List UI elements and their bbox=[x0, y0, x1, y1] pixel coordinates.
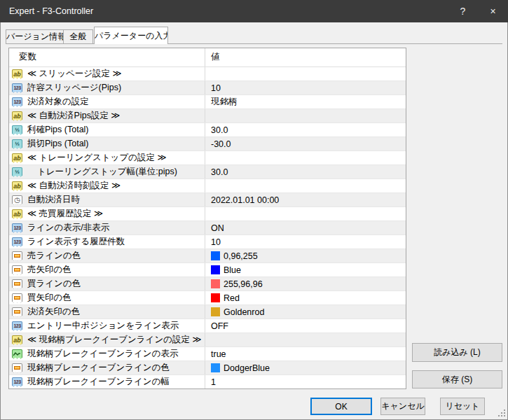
param-label-cell: ½トレーリングストップ幅(単位:pips) bbox=[9, 165, 205, 178]
param-label-cell: ab≪ トレーリングストップの設定 ≫ bbox=[9, 151, 205, 164]
param-value-cell[interactable]: -30.0 bbox=[205, 137, 406, 150]
param-value: 30.0 bbox=[211, 167, 228, 177]
param-label-cell: ab≪ 自動決済時刻設定 ≫ bbox=[9, 179, 205, 192]
param-value-cell[interactable]: DodgerBlue bbox=[205, 361, 406, 374]
param-label-cell: 123ライン表示する履歴件数 bbox=[9, 235, 205, 248]
title-bar: Expert - F3-Controller ? × bbox=[0, 0, 508, 22]
table-header-row: 変数 値 bbox=[9, 48, 406, 67]
param-value-cell[interactable]: 10 bbox=[205, 235, 406, 248]
param-value: Blue bbox=[224, 265, 241, 275]
param-row[interactable]: 123ラインの表示/非表示ON bbox=[9, 221, 406, 235]
param-label-cell: 売ラインの色 bbox=[9, 249, 205, 262]
param-value-cell[interactable]: 30.0 bbox=[205, 123, 406, 136]
param-value: Goldenrod bbox=[224, 307, 264, 317]
param-row[interactable]: 決済矢印の色Goldenrod bbox=[9, 305, 406, 319]
reset-button[interactable]: リセット bbox=[440, 398, 485, 415]
param-row[interactable]: 123決済対象の設定現銘柄 bbox=[9, 95, 406, 109]
color-swatch bbox=[211, 279, 220, 288]
param-label-cell: 123許容スリッページ(Pips) bbox=[9, 81, 205, 94]
tab-version-info[interactable]: バージョン情報 bbox=[6, 29, 64, 43]
param-value-cell[interactable]: 0,96,255 bbox=[205, 249, 406, 262]
param-row[interactable]: 現銘柄ブレークイーブンラインの表示true bbox=[9, 347, 406, 361]
param-row[interactable]: ab≪ 自動決済Pips設定 ≫ bbox=[9, 109, 406, 123]
load-button[interactable]: 読み込み (L) bbox=[412, 343, 502, 362]
integer-param-icon: 123 bbox=[12, 377, 22, 387]
param-value-cell[interactable]: 30.0 bbox=[205, 165, 406, 178]
param-row[interactable]: 123ライン表示する履歴件数10 bbox=[9, 235, 406, 249]
param-value: -30.0 bbox=[211, 139, 231, 149]
double-param-icon: ½ bbox=[12, 139, 22, 149]
param-label-cell: ◷自動決済日時 bbox=[9, 193, 205, 206]
param-name: 自動決済日時 bbox=[27, 194, 80, 206]
param-label-cell: 123ラインの表示/非表示 bbox=[9, 221, 205, 234]
color-param-icon bbox=[12, 307, 22, 317]
column-header-value: 値 bbox=[205, 48, 406, 66]
param-row[interactable]: ½トレーリングストップ幅(単位:pips)30.0 bbox=[9, 165, 406, 179]
param-value-cell[interactable]: OFF bbox=[205, 319, 406, 332]
param-row[interactable]: 買矢印の色Red bbox=[9, 291, 406, 305]
integer-param-icon: 123 bbox=[12, 321, 22, 331]
param-name: エントリー中ポジションをライン表示 bbox=[27, 320, 179, 332]
param-row[interactable]: 現銘柄ブレークイーブンラインの色DodgerBlue bbox=[9, 361, 406, 375]
param-row[interactable]: ½利確Pips (Total)30.0 bbox=[9, 123, 406, 137]
param-label-cell: ab≪ 現銘柄ブレークイーブンラインの設定 ≫ bbox=[9, 333, 205, 346]
color-swatch bbox=[211, 265, 220, 274]
param-name: 利確Pips (Total) bbox=[27, 124, 89, 136]
param-value-cell[interactable]: Goldenrod bbox=[205, 305, 406, 318]
param-value-cell[interactable]: true bbox=[205, 347, 406, 360]
param-value: 1 bbox=[211, 377, 216, 387]
ok-button[interactable]: OK bbox=[310, 398, 372, 415]
param-label-cell: ab≪ 売買履歴設定 ≫ bbox=[9, 207, 205, 220]
close-button[interactable]: × bbox=[478, 0, 508, 22]
param-row[interactable]: ab≪ 自動決済時刻設定 ≫ bbox=[9, 179, 406, 193]
table-body: ab≪ スリッページ設定 ≫123許容スリッページ(Pips)10123決済対象… bbox=[9, 67, 406, 389]
param-name: ≪ 売買履歴設定 ≫ bbox=[27, 208, 103, 220]
param-row[interactable]: 売矢印の色Blue bbox=[9, 263, 406, 277]
param-row[interactable]: 売ラインの色0,96,255 bbox=[9, 249, 406, 263]
param-value-cell[interactable] bbox=[205, 179, 406, 192]
param-value: 255,96,96 bbox=[224, 279, 263, 289]
param-value: 0,96,255 bbox=[224, 251, 258, 261]
param-value-cell[interactable]: 2022.01.01 00:00 bbox=[205, 193, 406, 206]
param-label-cell: 123現銘柄ブレークイーブンラインの幅 bbox=[9, 375, 205, 388]
save-button[interactable]: 保存 (S) bbox=[412, 370, 502, 388]
string-group-icon: ab bbox=[12, 153, 22, 163]
param-label-cell: 売矢印の色 bbox=[9, 263, 205, 276]
tab-common[interactable]: 全般 bbox=[63, 29, 93, 43]
color-swatch bbox=[211, 251, 220, 260]
param-row[interactable]: ab≪ スリッページ設定 ≫ bbox=[9, 67, 406, 81]
param-value-cell[interactable]: 255,96,96 bbox=[205, 277, 406, 290]
param-value-cell[interactable] bbox=[205, 109, 406, 122]
cancel-button[interactable]: キャンセル bbox=[380, 398, 425, 415]
resize-grip-icon[interactable] bbox=[497, 410, 505, 417]
param-value: true bbox=[211, 349, 226, 359]
param-value-cell[interactable] bbox=[205, 151, 406, 164]
param-value-cell[interactable]: ON bbox=[205, 221, 406, 234]
param-row[interactable]: ½損切Pips (Total)-30.0 bbox=[9, 137, 406, 151]
param-row[interactable]: ab≪ 現銘柄ブレークイーブンラインの設定 ≫ bbox=[9, 333, 406, 347]
color-swatch bbox=[211, 293, 220, 302]
param-value-cell[interactable] bbox=[205, 67, 406, 80]
param-row[interactable]: 123エントリー中ポジションをライン表示OFF bbox=[9, 319, 406, 333]
param-value-cell[interactable] bbox=[205, 333, 406, 346]
param-row[interactable]: ab≪ トレーリングストップの設定 ≫ bbox=[9, 151, 406, 165]
param-name: ≪ 自動決済Pips設定 ≫ bbox=[27, 110, 120, 122]
tab-parameter-input[interactable]: パラメーターの入力 bbox=[94, 27, 168, 44]
param-value-cell[interactable]: 10 bbox=[205, 81, 406, 94]
window-title: Expert - F3-Controller bbox=[0, 6, 93, 16]
help-button[interactable]: ? bbox=[448, 0, 478, 22]
param-row[interactable]: 買ラインの色255,96,96 bbox=[9, 277, 406, 291]
param-row[interactable]: 123現銘柄ブレークイーブンラインの幅1 bbox=[9, 375, 406, 389]
param-value-cell[interactable]: Red bbox=[205, 291, 406, 304]
param-row[interactable]: 123許容スリッページ(Pips)10 bbox=[9, 81, 406, 95]
param-value-cell[interactable]: 現銘柄 bbox=[205, 95, 406, 108]
param-value-cell[interactable]: 1 bbox=[205, 375, 406, 388]
param-value: 10 bbox=[211, 83, 221, 93]
param-row[interactable]: ab≪ 売買履歴設定 ≫ bbox=[9, 207, 406, 221]
param-value-cell[interactable]: Blue bbox=[205, 263, 406, 276]
param-name: 決済矢印の色 bbox=[27, 306, 80, 318]
param-value-cell[interactable] bbox=[205, 207, 406, 220]
param-row[interactable]: ◷自動決済日時2022.01.01 00:00 bbox=[9, 193, 406, 207]
param-value: 30.0 bbox=[211, 125, 228, 135]
param-label-cell: ab≪ 自動決済Pips設定 ≫ bbox=[9, 109, 205, 122]
